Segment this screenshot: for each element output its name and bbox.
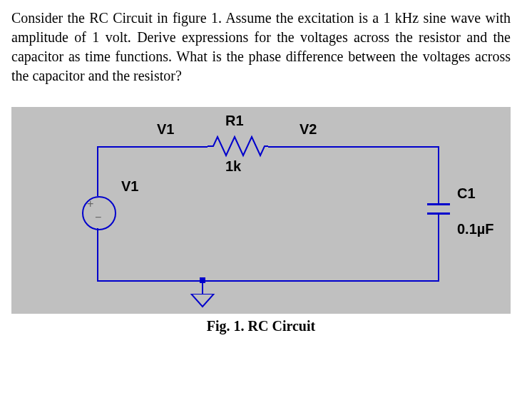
node-v2-label: V2 [300, 121, 317, 138]
wire-right-lower [438, 221, 439, 281]
ground-lead [202, 283, 203, 294]
resistor-label: R1 [225, 113, 244, 129]
wire-top-right [268, 146, 439, 148]
resistor-value: 1k [225, 158, 241, 175]
svg-marker-0 [191, 294, 214, 307]
source-label: V1 [121, 178, 138, 195]
problem-statement: Consider the RC Circuit in figure 1. Ass… [11, 9, 511, 86]
wire-bottom [97, 280, 439, 282]
ground-icon [190, 294, 215, 309]
source-plus-icon: + [87, 198, 93, 210]
wire-top-left [97, 146, 208, 148]
figure-caption: Fig. 1. RC Circuit [11, 318, 511, 334]
wire-right-upper [438, 146, 439, 203]
ground-node [200, 277, 205, 283]
capacitor-label: C1 [457, 185, 476, 202]
source-minus-icon: − [95, 211, 101, 224]
resistor-icon [208, 134, 268, 158]
node-v1-label: V1 [157, 121, 174, 138]
wire-left-lower [97, 228, 98, 282]
capacitor-plate-top [427, 203, 450, 205]
cap-lead-bottom [438, 215, 439, 221]
wire-left-upper [97, 146, 98, 196]
circuit-figure: + − V1 R1 1k V1 V2 C1 0.1µF [11, 107, 511, 314]
capacitor-value: 0.1µF [457, 221, 494, 237]
